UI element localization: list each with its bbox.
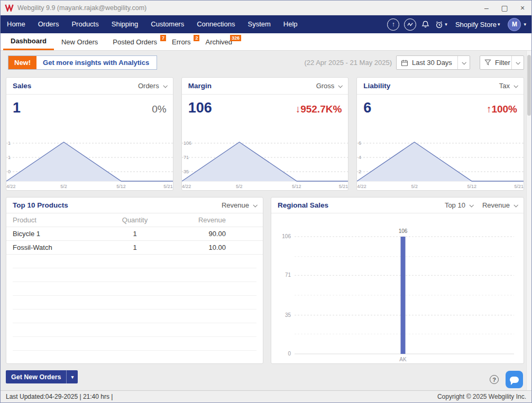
webgility-window: Webgility 9.9 (mayank.rajak@webgility.co… — [0, 0, 532, 403]
analytics-link[interactable]: Get more insights with Analytics — [36, 59, 149, 67]
sales-sparkline: 1104/225/25/125/21 — [6, 134, 173, 190]
liability-metric-selector[interactable]: Tax — [499, 82, 517, 90]
filter-funnel-icon — [484, 59, 491, 66]
tab-archived[interactable]: Archived326 — [198, 33, 240, 50]
cell-product: Bicycle 1 — [13, 230, 103, 238]
svg-text:1: 1 — [8, 155, 11, 160]
chevron-down-icon — [253, 203, 257, 207]
tab-label: New Orders — [61, 38, 98, 46]
nav-item-shipping[interactable]: Shipping — [105, 15, 145, 33]
card-title: Sales — [13, 82, 31, 90]
sales-value: 1 — [13, 100, 21, 116]
margin-metric-selector[interactable]: Gross — [316, 82, 342, 90]
liability-change: ↑100% — [487, 104, 517, 115]
trend-up-arrow-icon: ↑ — [487, 104, 492, 115]
svg-text:35: 35 — [184, 169, 189, 174]
svg-text:0: 0 — [8, 169, 11, 174]
sales-metric-selector[interactable]: Orders — [138, 82, 167, 90]
svg-text:106: 106 — [184, 140, 191, 146]
new-badge: New! — [8, 56, 36, 69]
maximize-button[interactable]: ▢ — [496, 1, 513, 15]
dashboard-toolbar: New! Get more insights with Analytics (2… — [8, 55, 524, 70]
copyright-label: Copyright © 2025 Webgility Inc. — [437, 393, 526, 400]
cell-revenue: 10.00 — [167, 243, 256, 251]
get-new-orders-button[interactable]: Get New Orders ▾ — [6, 370, 78, 383]
quick-launch-icon[interactable]: ↑ — [387, 18, 399, 31]
svg-text:2: 2 — [359, 169, 361, 174]
sales-card: Sales Orders 1 0% 1104/225/25/125/21 — [6, 77, 173, 191]
svg-text:71: 71 — [285, 272, 291, 278]
tab-posted-orders[interactable]: Posted Orders7 — [105, 33, 164, 50]
chevron-down-icon: ▾ — [445, 22, 447, 27]
window-controls: – ▢ × — [478, 1, 531, 15]
store-selector-label: Shopify Store — [455, 21, 497, 29]
regional-sales-panel: Regional Sales Top 10 Revenue 0357110610… — [271, 197, 524, 364]
dashboard-panels: Top 10 Products Revenue Product Quantity… — [6, 197, 524, 364]
table-row: Bicycle 1 1 90.00 — [6, 227, 263, 241]
selector-value: Gross — [316, 82, 335, 90]
selector-value: Tax — [499, 82, 510, 90]
tab-new-orders[interactable]: New Orders — [54, 33, 105, 50]
table-row-empty — [13, 323, 256, 337]
chevron-down-icon — [462, 60, 466, 64]
minimize-button[interactable]: – — [478, 1, 496, 15]
products-metric-selector[interactable]: Revenue — [222, 201, 256, 209]
nav-item-help[interactable]: Help — [277, 15, 304, 33]
liability-value: 6 — [363, 100, 371, 116]
help-button[interactable]: ? — [490, 375, 499, 384]
chevron-down-icon — [513, 83, 518, 88]
sparkline-x-axis: 4/225/25/125/21 — [182, 182, 348, 190]
status-bar: Last Updated:04-29-2025 | 21:40 hrs | Co… — [1, 390, 531, 402]
tab-errors[interactable]: Errors2 — [164, 33, 198, 50]
chevron-down-icon — [163, 83, 167, 88]
chevron-down-icon — [338, 83, 343, 88]
card-title: Margin — [188, 82, 212, 90]
scheduler-alarm-icon[interactable]: ▾ — [435, 20, 447, 29]
store-selector[interactable]: Shopify Store ▾ — [455, 21, 500, 29]
change-value: 100% — [491, 104, 517, 115]
regional-metric-selector[interactable]: Revenue — [482, 201, 517, 209]
table-row-empty — [13, 255, 256, 268]
svg-text:106: 106 — [282, 233, 291, 239]
top-products-panel: Top 10 Products Revenue Product Quantity… — [6, 197, 263, 364]
margin-sparkline: 10671354/225/25/125/21 — [182, 134, 348, 190]
main-nav: Home Orders Products Shipping Customers … — [1, 15, 531, 33]
chat-support-button[interactable] — [506, 371, 523, 388]
svg-text:4: 4 — [359, 155, 361, 160]
user-menu[interactable]: M ▾ — [508, 18, 526, 31]
filter-button[interactable]: Filter — [480, 55, 524, 70]
chevron-down-icon[interactable]: ▾ — [66, 370, 78, 383]
nav-item-orders[interactable]: Orders — [32, 15, 66, 33]
analytics-pulse-icon[interactable] — [404, 18, 416, 31]
tab-count-badge: 326 — [230, 35, 241, 41]
nav-item-products[interactable]: Products — [65, 15, 105, 33]
change-value: 952.7K% — [300, 104, 342, 115]
change-value: 0% — [152, 104, 166, 115]
nav-item-connections[interactable]: Connections — [190, 15, 241, 33]
tab-dashboard[interactable]: Dashboard — [3, 33, 54, 50]
svg-text:71: 71 — [184, 155, 189, 160]
svg-text:0: 0 — [288, 351, 291, 357]
scrollbar-thumb[interactable] — [527, 55, 531, 116]
nav-item-customers[interactable]: Customers — [144, 15, 190, 33]
svg-text:35: 35 — [285, 312, 291, 318]
margin-card: Margin Gross 106 ↓952.7K% 10671354/225/2… — [181, 77, 349, 191]
cell-product: Fossil-Watch — [13, 243, 103, 251]
regional-topn-selector[interactable]: Top 10 — [445, 201, 473, 209]
chevron-down-icon — [469, 203, 473, 207]
products-table-header: Product Quantity Revenue — [6, 213, 263, 227]
get-new-orders-label: Get New Orders — [6, 370, 66, 383]
notifications-bell-icon[interactable] — [421, 20, 430, 29]
analytics-promo[interactable]: New! Get more insights with Analytics — [8, 55, 157, 70]
nav-item-system[interactable]: System — [241, 15, 277, 33]
svg-text:AK: AK — [399, 357, 407, 362]
close-button[interactable]: × — [513, 1, 531, 15]
tab-label: Archived — [205, 38, 232, 46]
cell-quantity: 1 — [103, 243, 167, 251]
window-title: Webgility 9.9 (mayank.rajak@webgility.co… — [17, 4, 146, 12]
calendar-icon — [401, 59, 408, 67]
regional-sales-bar-chart: 03571106106AK — [276, 222, 520, 364]
order-tabs: Dashboard New Orders Posted Orders7 Erro… — [1, 33, 531, 51]
nav-item-home[interactable]: Home — [1, 15, 32, 33]
period-selector[interactable]: Last 30 Days — [396, 55, 470, 70]
